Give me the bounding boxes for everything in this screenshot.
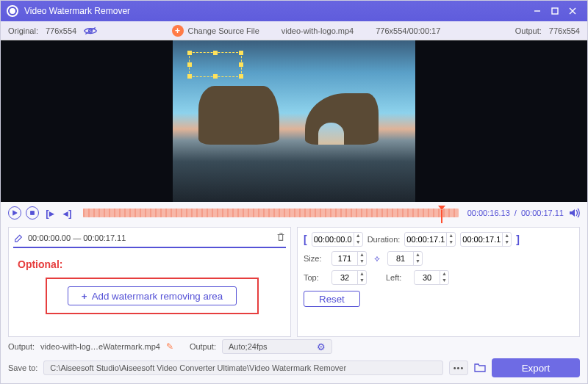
timeline[interactable] bbox=[83, 209, 459, 217]
save-to-label: Save to: bbox=[8, 363, 37, 372]
source-metadata: 776x554/00:00:17 bbox=[376, 26, 440, 35]
output-row: Output: video-with-log…eWatermark.mp4 ✎ … bbox=[1, 337, 587, 356]
duration-label: Duration: bbox=[368, 235, 401, 244]
link-aspect-icon[interactable]: ⟡ bbox=[374, 253, 380, 264]
properties-panel: [ ▲▼ Duration: ▲▼ ▲▼ ] Size: ▲▼ ⟡ ▲▼ Top… bbox=[297, 227, 580, 337]
segments-panel: 00:00:00.00 — 00:00:17.11 Optional: + Ad… bbox=[8, 227, 291, 337]
output-dim-label: Output: bbox=[515, 26, 542, 35]
set-start-button[interactable]: [▸ bbox=[43, 206, 57, 220]
add-watermark-area-label: Add watermark removing area bbox=[92, 291, 223, 302]
gear-icon[interactable]: ⚙ bbox=[317, 341, 326, 352]
watermark-selection[interactable] bbox=[189, 52, 242, 77]
output-format-value[interactable]: Auto;24fps ⚙ bbox=[222, 339, 332, 354]
original-label: Original: bbox=[8, 26, 38, 35]
player-controls: [▸ ◂] 00:00:16.13/00:00:17.11 bbox=[1, 202, 587, 224]
highlight-box: + Add watermark removing area bbox=[46, 278, 259, 314]
left-input[interactable]: ▲▼ bbox=[414, 270, 449, 285]
delete-segment-button[interactable] bbox=[276, 232, 286, 244]
video-frame bbox=[173, 40, 415, 202]
size-label: Size: bbox=[304, 254, 327, 263]
change-source-label: Change Source File bbox=[188, 26, 259, 35]
start-time-input[interactable]: ▲▼ bbox=[312, 232, 363, 247]
maximize-button[interactable] bbox=[546, 1, 564, 21]
add-watermark-area-button[interactable]: + Add watermark removing area bbox=[68, 286, 237, 305]
svg-rect-0 bbox=[552, 8, 558, 14]
stop-button[interactable] bbox=[26, 206, 39, 220]
size-width-input[interactable]: ▲▼ bbox=[331, 251, 367, 266]
close-button[interactable] bbox=[564, 1, 581, 21]
preview-toggle-icon[interactable] bbox=[84, 26, 97, 35]
eraser-icon bbox=[13, 232, 24, 244]
size-height-input[interactable]: ▲▼ bbox=[387, 251, 423, 266]
plus-icon: + bbox=[172, 25, 184, 37]
svg-rect-2 bbox=[31, 211, 35, 215]
change-source-button[interactable]: + Change Source File bbox=[172, 25, 259, 37]
volume-icon[interactable] bbox=[568, 207, 580, 219]
bracket-start-icon[interactable]: [ bbox=[304, 233, 307, 245]
app-window: Video Watermark Remover Original: 776x55… bbox=[0, 0, 588, 384]
top-input[interactable]: ▲▼ bbox=[331, 270, 367, 285]
playhead-icon[interactable] bbox=[438, 206, 445, 210]
left-label: Left: bbox=[386, 273, 409, 282]
output-dim-value: 776x554 bbox=[549, 26, 580, 35]
output-format-label: Output: bbox=[190, 342, 216, 351]
source-filename: video-with-logo.mp4 bbox=[282, 26, 354, 35]
browse-folder-button[interactable]: ••• bbox=[449, 361, 468, 375]
output-filename: video-with-log…eWatermark.mp4 bbox=[40, 342, 160, 351]
export-button[interactable]: Export bbox=[492, 358, 580, 377]
app-logo-icon bbox=[7, 5, 18, 17]
bracket-end-icon[interactable]: ] bbox=[516, 233, 520, 245]
original-value: 776x554 bbox=[46, 26, 76, 35]
time-current: 00:00:16.13 bbox=[467, 209, 510, 217]
play-button[interactable] bbox=[8, 206, 21, 220]
set-end-button[interactable]: ◂] bbox=[61, 206, 74, 220]
optional-label: Optional: bbox=[18, 258, 286, 270]
video-preview[interactable] bbox=[1, 40, 587, 202]
save-path-input[interactable]: C:\Aiseesoft Studio\Aiseesoft Video Conv… bbox=[43, 361, 443, 375]
duration-input[interactable]: ▲▼ bbox=[404, 232, 456, 247]
title-bar: Video Watermark Remover bbox=[1, 1, 587, 21]
segment-row[interactable]: 00:00:00.00 — 00:00:17.11 bbox=[13, 231, 286, 248]
end-time-input[interactable]: ▲▼ bbox=[460, 232, 512, 247]
app-title: Video Watermark Remover bbox=[24, 6, 130, 16]
output-label: Output: bbox=[8, 342, 35, 351]
info-bar: Original: 776x554 + Change Source File v… bbox=[1, 21, 587, 40]
open-folder-button[interactable] bbox=[474, 362, 486, 374]
minimize-button[interactable] bbox=[528, 1, 546, 21]
time-total: 00:00:17.11 bbox=[521, 209, 564, 217]
reset-button[interactable]: Reset bbox=[304, 291, 360, 307]
edit-output-name-button[interactable]: ✎ bbox=[166, 341, 173, 352]
segment-range: 00:00:00.00 — 00:00:17.11 bbox=[28, 233, 126, 242]
plus-icon: + bbox=[82, 291, 87, 302]
save-row: Save to: C:\Aiseesoft Studio\Aiseesoft V… bbox=[1, 356, 587, 383]
top-label: Top: bbox=[304, 273, 327, 282]
